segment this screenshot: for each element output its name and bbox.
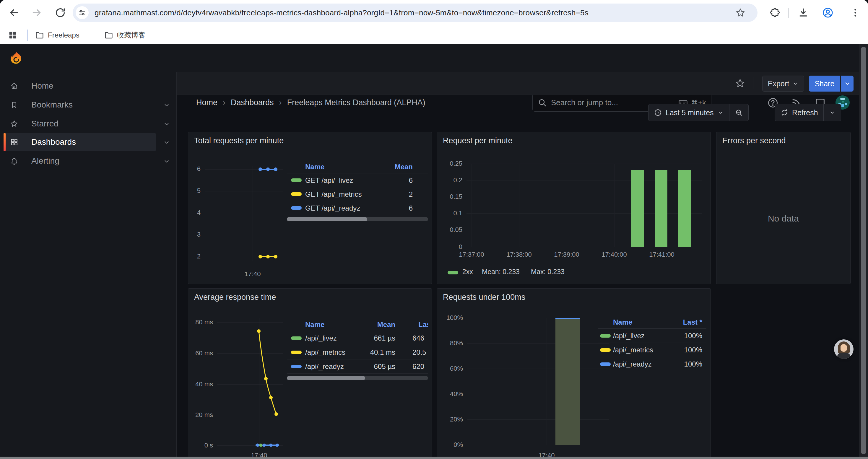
- sidebar-item-home[interactable]: Home: [0, 77, 177, 95]
- bookmark-item-freeleaps[interactable]: Freeleaps: [35, 30, 80, 41]
- series-last: 620: [412, 362, 424, 371]
- panel-average-response-time[interactable]: Average response time 80 ms 60 ms 40 ms …: [188, 288, 432, 459]
- sidebar-item-bookmarks[interactable]: Bookmarks: [0, 96, 177, 114]
- apps-grid-icon[interactable]: [8, 30, 18, 40]
- legend-max: Max: 0.233: [531, 268, 565, 276]
- y-tick: 20%: [437, 416, 463, 423]
- sidebar-item-label: Home: [31, 81, 54, 91]
- bar-2xx: [655, 170, 668, 247]
- refresh-interval-button[interactable]: [824, 104, 841, 121]
- column-header-mean[interactable]: Mean: [395, 163, 413, 171]
- breadcrumb-home[interactable]: Home: [196, 98, 217, 107]
- share-button[interactable]: Share: [809, 76, 840, 92]
- profile-icon[interactable]: [822, 7, 834, 19]
- share-menu-button[interactable]: [841, 76, 854, 92]
- sidebar-item-alerting[interactable]: Alerting: [0, 152, 177, 170]
- search-input[interactable]: [551, 96, 663, 109]
- column-header-name[interactable]: Name: [613, 318, 632, 326]
- panel-request-per-minute[interactable]: Request per minute 0.25 0.2 0.15 0.1 0.0…: [437, 132, 711, 284]
- bookmarks-bar: Freeleaps 收藏博客: [0, 25, 868, 44]
- bookmark-star-icon[interactable]: [735, 7, 746, 18]
- favorite-star-icon[interactable]: [735, 78, 745, 89]
- table-row[interactable]: /api/_metrics 100%: [598, 343, 706, 357]
- zoom-out-icon: [735, 108, 743, 117]
- gridline-vertical: [547, 318, 547, 445]
- y-tick: 0%: [437, 441, 463, 449]
- breadcrumb-dashboards[interactable]: Dashboards: [231, 98, 274, 107]
- table-row[interactable]: GET /api/_readyz 6: [287, 201, 428, 215]
- site-settings-icon[interactable]: [75, 6, 89, 19]
- table-scrollbar-thumb[interactable]: [287, 217, 367, 221]
- page-scrollbar-thumb[interactable]: [861, 47, 866, 454]
- chevron-down-icon: [717, 109, 724, 116]
- downloads-icon[interactable]: [798, 7, 809, 18]
- bookmark-label: 收藏博客: [117, 30, 145, 40]
- table-scrollbar[interactable]: [287, 376, 428, 380]
- url-text[interactable]: grafana.mathmast.com/d/deytv4rwavabkb/fr…: [95, 8, 589, 18]
- search-icon: [537, 98, 547, 107]
- column-header-name[interactable]: Name: [305, 163, 324, 171]
- table-row[interactable]: GET /api/_metrics 2: [287, 187, 428, 201]
- forward-icon[interactable]: [31, 7, 42, 19]
- refresh-label: Refresh: [792, 108, 818, 117]
- chevron-down-icon[interactable]: [163, 121, 170, 128]
- table-row[interactable]: /api/_livez 661 µs 646: [287, 331, 428, 345]
- bookmark-item-favorites[interactable]: 收藏博客: [104, 30, 145, 41]
- time-range-picker[interactable]: Last 5 minutes: [649, 104, 729, 121]
- legend-series-name[interactable]: 2xx: [462, 268, 473, 276]
- menu-kebab-icon[interactable]: [850, 7, 861, 18]
- table-row[interactable]: /api/_metrics 40.1 ms 20.5 r: [287, 345, 428, 359]
- gridline: [466, 164, 702, 164]
- series-last: 20.5 r: [412, 348, 428, 357]
- grafana-logo[interactable]: [9, 51, 24, 66]
- y-tick: 40%: [437, 390, 463, 398]
- series-name: /api/_metrics: [613, 346, 653, 354]
- chevron-down-icon[interactable]: [163, 102, 170, 109]
- bar-2xx: [631, 170, 644, 247]
- floating-assistant-avatar[interactable]: [834, 339, 854, 359]
- legend-table-header: Name Mean Las: [287, 318, 428, 331]
- y-tick: 60%: [437, 365, 463, 372]
- gridline-vertical: [567, 164, 567, 247]
- table-row[interactable]: /api/_readyz 605 µs 620: [287, 359, 428, 374]
- legend-table: Name Mean Las /api/_livez 661 µs 646 /ap…: [287, 318, 428, 382]
- table-row[interactable]: GET /api/_livez 6: [287, 173, 428, 187]
- no-data-message: No data: [716, 214, 850, 224]
- column-header-name[interactable]: Name: [305, 321, 324, 329]
- legend-table-header: Name Mean: [287, 160, 428, 173]
- table-row[interactable]: /api/_livez 100%: [598, 329, 706, 343]
- series-color-pill: [291, 351, 302, 354]
- table-scrollbar[interactable]: [287, 217, 428, 221]
- grafana-header: Grafana Home › Dashboards › Freeleaps Me…: [0, 44, 868, 72]
- panel-errors-per-second[interactable]: Errors per second No data: [716, 132, 850, 284]
- chevron-down-icon[interactable]: [163, 139, 170, 146]
- panel-requests-under-100ms[interactable]: Requests under 100ms 100% 80% 60% 40% 20…: [437, 288, 711, 459]
- sidebar-item-label: Starred: [31, 119, 59, 129]
- panel-total-requests[interactable]: Total requests per minute 6 5 4 3 2 17:4…: [188, 132, 432, 284]
- column-header-last[interactable]: Las: [418, 321, 428, 329]
- refresh-button[interactable]: Refresh: [775, 104, 824, 121]
- column-header-last[interactable]: Last *: [683, 318, 702, 326]
- gridline-vertical: [471, 164, 472, 247]
- column-header-mean[interactable]: Mean: [351, 321, 395, 329]
- chevron-down-icon[interactable]: [163, 158, 170, 165]
- sidebar-item-label: Alerting: [31, 156, 59, 166]
- reload-icon[interactable]: [54, 7, 66, 19]
- zoom-out-button[interactable]: [730, 104, 748, 121]
- extensions-icon[interactable]: [769, 7, 780, 18]
- table-row[interactable]: /api/_readyz 100%: [598, 357, 706, 371]
- series-last: 100%: [684, 332, 702, 340]
- table-scrollbar-thumb[interactable]: [287, 376, 365, 380]
- y-tick: 0: [437, 243, 462, 251]
- series-name: GET /api/_readyz: [305, 204, 360, 212]
- breadcrumb: Home › Dashboards › Freeleaps Metrics Da…: [196, 98, 426, 107]
- url-bar[interactable]: grafana.mathmast.com/d/deytv4rwavabkb/fr…: [73, 4, 757, 22]
- x-tick: 17:37:00: [451, 251, 492, 258]
- series-last: 646: [412, 334, 424, 342]
- export-button[interactable]: Export: [762, 76, 804, 92]
- sidebar-item-dashboards[interactable]: Dashboards: [0, 133, 177, 151]
- y-tick: 100%: [437, 314, 463, 322]
- sidebar-item-starred[interactable]: Starred: [0, 114, 177, 133]
- sidebar: Home Bookmarks Starred Dashboards Alerti…: [0, 72, 177, 459]
- back-icon[interactable]: [8, 7, 20, 19]
